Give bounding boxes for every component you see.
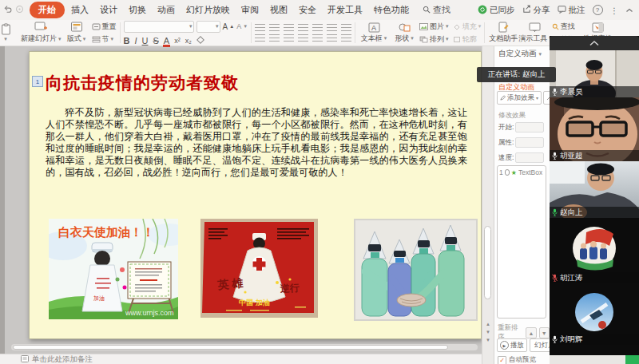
text-effects-icon[interactable] (196, 36, 204, 46)
comment-button[interactable]: 批注 (558, 5, 585, 16)
speed-combo[interactable] (515, 152, 544, 163)
tab-animation[interactable]: 动画 (153, 2, 180, 18)
prev-slide-icon[interactable]: ▲ (486, 322, 490, 326)
move-down-button[interactable]: ▼ (539, 327, 550, 338)
svg-text:加油: 加油 (93, 295, 105, 302)
tab-slideshow[interactable]: 幻灯片放映 (181, 2, 235, 18)
vertical-scrollbar[interactable]: ▲ ▼ ▼ (482, 46, 494, 364)
animation-list[interactable]: 1 ★ TextBox (497, 165, 546, 318)
align-left-icon[interactable] (255, 34, 265, 42)
tab-home[interactable]: 开始 (30, 2, 65, 18)
columns-icon[interactable] (327, 24, 337, 32)
video-tile-5[interactable]: 刘明辉 (550, 283, 639, 345)
property-combo[interactable] (515, 137, 544, 148)
menu-find[interactable]: 查找 (423, 4, 450, 16)
animation-list-item[interactable]: 1 ★ TextBox (498, 166, 546, 179)
tab-transition[interactable]: 切换 (124, 2, 151, 18)
taskbar-green-app[interactable] (625, 355, 639, 364)
fill-label: 填充 (462, 22, 477, 32)
strikethrough-button[interactable]: S (153, 36, 158, 46)
text-direction-icon[interactable] (341, 24, 351, 32)
video-tile-3[interactable]: 赵向上 (550, 161, 639, 218)
align-top-icon[interactable] (327, 34, 337, 42)
share-button[interactable]: 分享 (522, 5, 550, 16)
slide[interactable]: 1 向抗击疫情的劳动者致敬 猝不及防，新型冠状病毒已经威胁到了人们的生活和健康，… (29, 51, 482, 339)
align-center-icon[interactable] (269, 34, 280, 42)
start-combo[interactable] (515, 122, 544, 133)
mic-speaking-icon (552, 208, 558, 216)
redo-icon[interactable] (15, 5, 24, 15)
font-color-button[interactable]: A (164, 36, 169, 46)
picture-button[interactable]: 图片▾ (419, 22, 449, 32)
horizontal-scrollbar[interactable] (11, 344, 478, 350)
tab-design[interactable]: 设计 (95, 2, 122, 18)
tab-special[interactable]: 特色功能 (369, 2, 414, 18)
next-slide-icon[interactable]: ▼ (486, 330, 490, 334)
slide-title[interactable]: 向抗击疫情的劳动者致敬 (46, 72, 239, 94)
notes-bar[interactable]: 单击此处添加备注 (0, 354, 482, 364)
find-button[interactable]: 查找 (552, 22, 580, 32)
arrange-button[interactable]: 排列▾ (419, 34, 449, 45)
editing-canvas[interactable]: 1 向抗击疫情的劳动者致敬 猝不及防，新型冠状病毒已经威胁到了人们的生活和健康，… (0, 46, 482, 364)
font-family-combo[interactable]: ▾ (124, 21, 194, 33)
justify-icon[interactable] (298, 34, 308, 42)
superscript-button[interactable]: x² (174, 37, 181, 45)
quick-access-toolbar (0, 5, 29, 15)
slide-body-text[interactable]: 猝不及防，新型冠状病毒已经威胁到了人们的生活和健康，感染率和死亡率快速增长着，这… (46, 107, 467, 180)
slide-image-team[interactable] (354, 219, 478, 321)
line-spacing-icon[interactable] (312, 24, 323, 32)
hero-slogan: 中国·加油 (239, 299, 270, 307)
taskbar-strip (550, 355, 639, 364)
play-label: 播放 (510, 341, 524, 350)
bullets-icon[interactable] (255, 24, 265, 32)
tab-devtools[interactable]: 开发工具 (323, 2, 367, 18)
shrink-font-button[interactable]: A▼ (236, 22, 248, 30)
present-tools-button[interactable]: 演示工具▾ (518, 21, 552, 45)
video-panel-collapse[interactable] (550, 36, 639, 50)
pane-header[interactable]: 自定义动画 ▾ (498, 49, 542, 59)
bold-button[interactable]: B (124, 36, 130, 46)
align-bottom-icon[interactable] (341, 34, 351, 42)
outdent-icon[interactable] (284, 24, 294, 32)
tab-security[interactable]: 安全 (294, 2, 321, 18)
slide-panel-strip[interactable] (0, 46, 5, 364)
synced-status[interactable]: 已同步 (478, 5, 515, 16)
paste-button[interactable]: ▾ (0, 21, 21, 45)
scroll-down-icon[interactable]: ▼ (486, 338, 490, 342)
new-slide-button[interactable]: 新建幻灯片▾ (21, 21, 62, 45)
video-tile-2[interactable]: 胡亚超 (550, 97, 639, 161)
add-effect-button[interactable]: 添加效果 ▾ (497, 91, 542, 105)
distribute-icon[interactable] (312, 34, 323, 42)
font-size-combo[interactable]: ▾ (196, 21, 220, 33)
collapse-ribbon-icon[interactable] (625, 6, 633, 15)
tab-review[interactable]: 审阅 (236, 2, 264, 18)
tab-view[interactable]: 视图 (265, 2, 292, 18)
slide-image-hero[interactable]: 英 雄 逆行 中国·加油 (200, 219, 318, 318)
video-tile-4[interactable]: 胡江涛 (550, 218, 639, 283)
shapes-button[interactable]: 形状▾ (389, 21, 419, 45)
reset-button[interactable]: 重置 (92, 22, 117, 32)
undo-icon[interactable] (3, 5, 12, 15)
video-tile-1[interactable]: 李晨昊 (550, 50, 639, 97)
section-button[interactable]: 节▾ (92, 34, 117, 45)
indent-icon[interactable] (298, 24, 308, 32)
subscript-button[interactable]: x₂ (185, 37, 192, 45)
numbering-icon[interactable] (269, 24, 280, 32)
italic-button[interactable]: I (134, 36, 137, 46)
more-icon[interactable]: ⋮ (610, 6, 619, 15)
help-icon[interactable]: ? (593, 5, 603, 15)
doc-assistant-button[interactable]: 文档助手 (488, 21, 518, 45)
vertical-scrollbar-thumb[interactable] (484, 226, 491, 299)
horizontal-scrollbar-thumb[interactable] (13, 345, 448, 350)
slide-layout-button[interactable]: 版式▾ (62, 21, 92, 45)
auto-preview-checkbox[interactable]: ✓ (498, 356, 506, 364)
tab-insert[interactable]: 插入 (66, 2, 93, 18)
slide-image-angel[interactable]: 白衣天使加油！！ 加油 (49, 219, 178, 319)
align-right-icon[interactable] (284, 34, 294, 42)
underline-button[interactable]: U (142, 36, 149, 46)
grow-font-button[interactable]: A▲ (223, 22, 235, 31)
textbox-button[interactable]: A 文本框▾ (359, 21, 389, 45)
animation-order-tag[interactable]: 1 (32, 76, 43, 87)
move-up-button[interactable]: ▲ (526, 327, 536, 338)
play-button[interactable]: ▶ 播放 (497, 338, 527, 352)
